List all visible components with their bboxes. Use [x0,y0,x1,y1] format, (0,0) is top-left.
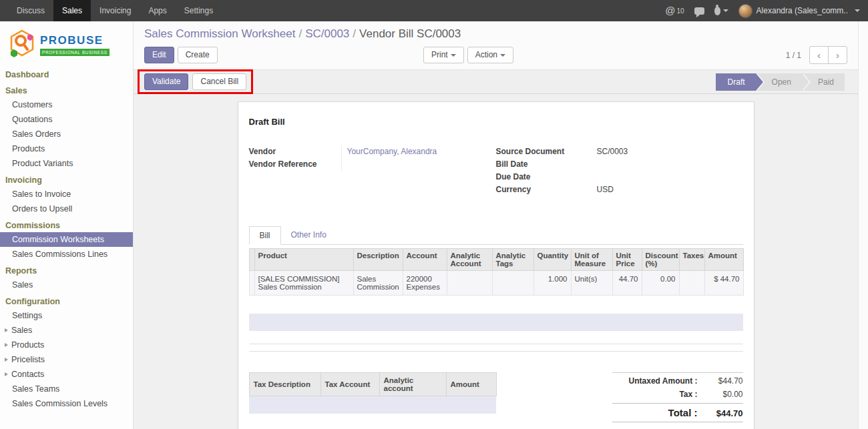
sidebar-item-commission-worksheets[interactable]: Commission Worksheets [0,232,133,247]
print-dropdown-button[interactable]: Print [423,47,464,63]
tax-and-totals: Tax Description Tax Account Analytic acc… [249,372,743,429]
sidebar-section-commissions[interactable]: Commissions [0,216,133,232]
sidebar-item-quotations[interactable]: Quotations [0,112,133,127]
col-tax-amount[interactable]: Amount [446,373,496,396]
due-date-value [592,171,743,183]
vendor-reference-value [341,158,496,171]
col-tax-description[interactable]: Tax Description [249,373,320,396]
cell-unit-price: 44.70 [612,271,642,296]
tax-empty-row [249,396,496,414]
sidebar-item-config-sales[interactable]: Sales [0,323,133,338]
currency-label: Currency [496,183,592,196]
logo-title: PROBUSE [40,34,110,47]
tab-other-info[interactable]: Other Info [281,226,337,245]
pager-next-button[interactable]: › [828,46,847,64]
mentions-button[interactable]: @ 10 [665,5,684,17]
sidebar-section-configuration[interactable]: Configuration [0,292,133,308]
menu-apps[interactable]: Apps [140,0,175,21]
caret-down-icon [855,9,860,12]
tax-header-row: Tax Description Tax Account Analytic acc… [249,373,496,396]
pager-previous-button[interactable]: ‹ [809,46,829,64]
handle-column-header [249,249,254,271]
messages-button[interactable] [694,7,704,15]
grand-total-label: Total : [612,407,704,418]
col-quantity[interactable]: Quantity [533,249,571,271]
col-analytic-tags[interactable]: Analytic Tags [492,249,533,271]
sidebar-section-dashboard[interactable]: Dashboard [0,65,133,81]
cancel-bill-button[interactable]: Cancel Bill [192,73,246,90]
sidebar-item-config-settings[interactable]: Settings [0,308,133,323]
menu-sales[interactable]: Sales [53,0,91,21]
expand-caret-icon [5,358,8,362]
col-amount[interactable]: Amount [704,249,743,271]
col-discount[interactable]: Discount (%) [642,249,679,271]
left-field-group: Vendor YourCompany, Alexandra Vendor Ref… [249,145,496,196]
sidebar-item-label: Products [11,340,44,350]
sidebar-nav: Dashboard Sales Customers Quotations Sal… [0,65,133,411]
sidebar-item-sales-orders[interactable]: Sales Orders [0,127,133,141]
totals-block: Untaxed Amount : $44.70 Tax : $0.00 Tota… [612,372,743,429]
caret-down-icon [451,54,456,57]
user-name: Alexandra (Sales_comm.. [756,6,848,15]
tax-lines-block: Tax Description Tax Account Analytic acc… [249,372,496,429]
sidebar-item-config-products[interactable]: Products [0,338,133,352]
sidebar-item-orders-to-upsell[interactable]: Orders to Upsell [0,201,133,216]
debug-menu-button[interactable] [714,7,728,15]
col-taxes[interactable]: Taxes [679,249,704,271]
breadcrumb-worksheet[interactable]: Sales Commission Worksheet [144,27,295,40]
tab-bill[interactable]: Bill [249,226,281,245]
probuse-logo-icon [8,29,36,60]
action-dropdown-button[interactable]: Action [467,47,513,63]
sidebar-item-sales-teams[interactable]: Sales Teams [0,382,133,396]
sidebar-item-sales-commissions-lines[interactable]: Sales Commissions Lines [0,247,133,262]
sidebar-item-sales-commission-levels[interactable]: Sales Commission Levels [0,396,133,411]
sidebar-item-products[interactable]: Products [0,141,133,156]
user-menu[interactable]: Alexandra (Sales_comm.. [738,4,860,18]
top-menu: Discuss Sales Invoicing Apps Settings [0,0,222,21]
expand-caret-icon [5,328,8,332]
status-step-draft[interactable]: Draft [716,73,756,91]
source-document-value: SC/0003 [592,145,743,158]
breadcrumb-sc0003[interactable]: SC/0003 [305,27,349,40]
sidebar-item-product-variants[interactable]: Product Variants [0,156,133,171]
col-unit-price[interactable]: Unit Price [612,249,642,271]
vendor-reference-label: Vendor Reference [249,158,341,171]
status-pipeline: Draft Open Paid [716,73,845,91]
vendor-value[interactable]: YourCompany, Alexandra [341,145,496,158]
sidebar-section-reports[interactable]: Reports [0,262,133,278]
col-tax-account[interactable]: Tax Account [320,373,379,396]
menu-settings[interactable]: Settings [176,0,222,21]
create-button[interactable]: Create [178,47,218,63]
edit-button[interactable]: Edit [144,47,174,63]
separator [249,351,743,352]
menu-invoicing[interactable]: Invoicing [91,0,140,21]
sidebar-item-config-contacts[interactable]: Contacts [0,367,133,382]
sidebar-section-sales[interactable]: Sales [0,81,133,97]
invoice-lines-table: Product Description Account Analytic Acc… [249,248,744,296]
mention-count: 10 [676,7,684,15]
sidebar-item-config-pricelists[interactable]: Pricelists [0,352,133,367]
col-product[interactable]: Product [254,249,353,271]
menu-discuss[interactable]: Discuss [8,0,53,21]
col-tax-analytic-account[interactable]: Analytic account [379,373,446,396]
currency-value: USD [592,183,743,196]
sidebar-section-invoicing[interactable]: Invoicing [0,171,133,187]
col-unit-of-measure[interactable]: Unit of Measure [571,249,612,271]
invoice-line-row[interactable]: [SALES COMMISSION] Sales Commission Sale… [249,271,743,296]
sidebar-item-sales-to-invoice[interactable]: Sales to Invoice [0,187,133,201]
vendor-bill-sheet: Draft Bill Vendor YourCompany, Alexandra… [238,101,754,429]
vertical-scrollbar[interactable] [858,21,868,429]
col-account[interactable]: Account [403,249,447,271]
probuse-logo: PROBUSE PROFESSIONAL BUSINESS [0,21,133,65]
pager-counter: 1 / 1 [786,51,801,60]
col-description[interactable]: Description [353,249,403,271]
validate-button[interactable]: Validate [144,73,188,90]
sidebar-item-customers[interactable]: Customers [0,97,133,112]
empty-row-stripe [249,314,743,331]
systray: @ 10 Alexandra (Sales_comm.. [665,0,868,21]
sidebar-item-reports-sales[interactable]: Sales [0,278,133,292]
caret-down-icon [500,54,505,57]
print-label: Print [431,51,448,59]
action-label: Action [475,51,497,59]
col-analytic-account[interactable]: Analytic Account [447,249,492,271]
